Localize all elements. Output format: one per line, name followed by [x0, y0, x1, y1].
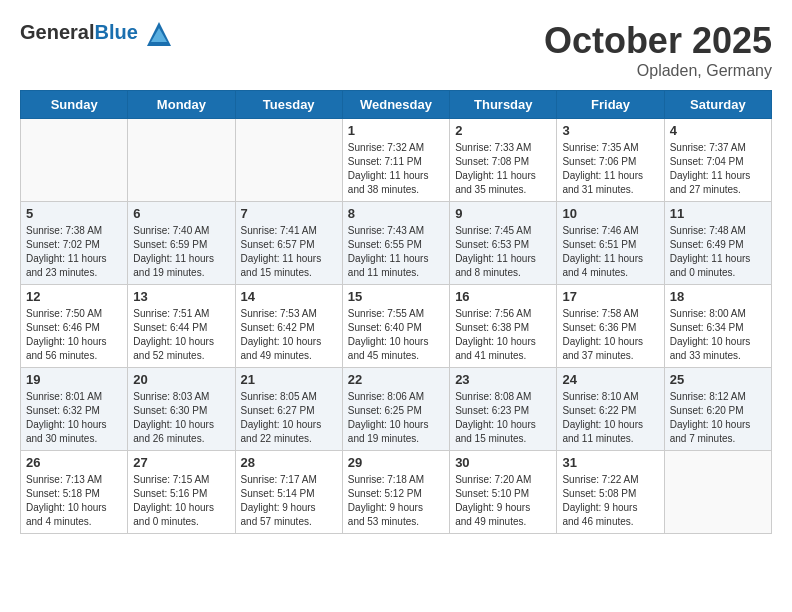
calendar-cell: 12Sunrise: 7:50 AM Sunset: 6:46 PM Dayli… [21, 285, 128, 368]
calendar-cell: 30Sunrise: 7:20 AM Sunset: 5:10 PM Dayli… [450, 451, 557, 534]
day-info: Sunrise: 7:56 AM Sunset: 6:38 PM Dayligh… [455, 307, 551, 363]
day-number: 28 [241, 455, 337, 470]
title-block: October 2025 Opladen, Germany [544, 20, 772, 80]
day-info: Sunrise: 7:22 AM Sunset: 5:08 PM Dayligh… [562, 473, 658, 529]
day-info: Sunrise: 8:10 AM Sunset: 6:22 PM Dayligh… [562, 390, 658, 446]
calendar-cell: 13Sunrise: 7:51 AM Sunset: 6:44 PM Dayli… [128, 285, 235, 368]
day-number: 18 [670, 289, 766, 304]
day-info: Sunrise: 7:50 AM Sunset: 6:46 PM Dayligh… [26, 307, 122, 363]
day-info: Sunrise: 7:38 AM Sunset: 7:02 PM Dayligh… [26, 224, 122, 280]
day-info: Sunrise: 7:33 AM Sunset: 7:08 PM Dayligh… [455, 141, 551, 197]
logo-general: General [20, 21, 94, 43]
day-info: Sunrise: 7:55 AM Sunset: 6:40 PM Dayligh… [348, 307, 444, 363]
day-info: Sunrise: 7:51 AM Sunset: 6:44 PM Dayligh… [133, 307, 229, 363]
calendar-cell [21, 119, 128, 202]
day-number: 26 [26, 455, 122, 470]
day-info: Sunrise: 7:35 AM Sunset: 7:06 PM Dayligh… [562, 141, 658, 197]
day-info: Sunrise: 7:17 AM Sunset: 5:14 PM Dayligh… [241, 473, 337, 529]
calendar-cell: 14Sunrise: 7:53 AM Sunset: 6:42 PM Dayli… [235, 285, 342, 368]
calendar-cell: 16Sunrise: 7:56 AM Sunset: 6:38 PM Dayli… [450, 285, 557, 368]
calendar-cell [235, 119, 342, 202]
calendar-cell: 10Sunrise: 7:46 AM Sunset: 6:51 PM Dayli… [557, 202, 664, 285]
day-info: Sunrise: 8:03 AM Sunset: 6:30 PM Dayligh… [133, 390, 229, 446]
day-info: Sunrise: 7:18 AM Sunset: 5:12 PM Dayligh… [348, 473, 444, 529]
calendar-cell: 19Sunrise: 8:01 AM Sunset: 6:32 PM Dayli… [21, 368, 128, 451]
day-number: 10 [562, 206, 658, 221]
calendar-cell: 27Sunrise: 7:15 AM Sunset: 5:16 PM Dayli… [128, 451, 235, 534]
calendar-cell: 8Sunrise: 7:43 AM Sunset: 6:55 PM Daylig… [342, 202, 449, 285]
calendar-cell: 15Sunrise: 7:55 AM Sunset: 6:40 PM Dayli… [342, 285, 449, 368]
calendar-header-row: SundayMondayTuesdayWednesdayThursdayFrid… [21, 91, 772, 119]
day-number: 27 [133, 455, 229, 470]
day-info: Sunrise: 7:32 AM Sunset: 7:11 PM Dayligh… [348, 141, 444, 197]
day-info: Sunrise: 7:37 AM Sunset: 7:04 PM Dayligh… [670, 141, 766, 197]
day-number: 11 [670, 206, 766, 221]
day-number: 6 [133, 206, 229, 221]
calendar-cell: 22Sunrise: 8:06 AM Sunset: 6:25 PM Dayli… [342, 368, 449, 451]
calendar-day-header: Thursday [450, 91, 557, 119]
day-number: 14 [241, 289, 337, 304]
calendar: SundayMondayTuesdayWednesdayThursdayFrid… [20, 90, 772, 534]
day-number: 16 [455, 289, 551, 304]
day-info: Sunrise: 8:12 AM Sunset: 6:20 PM Dayligh… [670, 390, 766, 446]
day-info: Sunrise: 8:08 AM Sunset: 6:23 PM Dayligh… [455, 390, 551, 446]
calendar-cell: 11Sunrise: 7:48 AM Sunset: 6:49 PM Dayli… [664, 202, 771, 285]
calendar-day-header: Tuesday [235, 91, 342, 119]
day-info: Sunrise: 8:01 AM Sunset: 6:32 PM Dayligh… [26, 390, 122, 446]
day-info: Sunrise: 7:48 AM Sunset: 6:49 PM Dayligh… [670, 224, 766, 280]
day-info: Sunrise: 7:41 AM Sunset: 6:57 PM Dayligh… [241, 224, 337, 280]
day-number: 23 [455, 372, 551, 387]
page: GeneralBlue October 2025 Opladen, German… [0, 0, 792, 554]
day-number: 29 [348, 455, 444, 470]
day-number: 1 [348, 123, 444, 138]
calendar-cell: 17Sunrise: 7:58 AM Sunset: 6:36 PM Dayli… [557, 285, 664, 368]
calendar-cell: 21Sunrise: 8:05 AM Sunset: 6:27 PM Dayli… [235, 368, 342, 451]
day-number: 17 [562, 289, 658, 304]
day-number: 15 [348, 289, 444, 304]
calendar-day-header: Monday [128, 91, 235, 119]
calendar-cell: 1Sunrise: 7:32 AM Sunset: 7:11 PM Daylig… [342, 119, 449, 202]
calendar-day-header: Saturday [664, 91, 771, 119]
logo-blue: Blue [94, 21, 137, 43]
calendar-week-row: 12Sunrise: 7:50 AM Sunset: 6:46 PM Dayli… [21, 285, 772, 368]
calendar-cell: 26Sunrise: 7:13 AM Sunset: 5:18 PM Dayli… [21, 451, 128, 534]
calendar-cell: 3Sunrise: 7:35 AM Sunset: 7:06 PM Daylig… [557, 119, 664, 202]
logo: GeneralBlue [20, 20, 173, 48]
calendar-cell: 7Sunrise: 7:41 AM Sunset: 6:57 PM Daylig… [235, 202, 342, 285]
calendar-cell: 6Sunrise: 7:40 AM Sunset: 6:59 PM Daylig… [128, 202, 235, 285]
day-info: Sunrise: 7:40 AM Sunset: 6:59 PM Dayligh… [133, 224, 229, 280]
day-info: Sunrise: 7:45 AM Sunset: 6:53 PM Dayligh… [455, 224, 551, 280]
day-number: 24 [562, 372, 658, 387]
day-info: Sunrise: 8:00 AM Sunset: 6:34 PM Dayligh… [670, 307, 766, 363]
day-info: Sunrise: 7:46 AM Sunset: 6:51 PM Dayligh… [562, 224, 658, 280]
day-info: Sunrise: 7:43 AM Sunset: 6:55 PM Dayligh… [348, 224, 444, 280]
calendar-cell: 5Sunrise: 7:38 AM Sunset: 7:02 PM Daylig… [21, 202, 128, 285]
calendar-day-header: Friday [557, 91, 664, 119]
calendar-week-row: 26Sunrise: 7:13 AM Sunset: 5:18 PM Dayli… [21, 451, 772, 534]
calendar-cell [128, 119, 235, 202]
calendar-cell: 4Sunrise: 7:37 AM Sunset: 7:04 PM Daylig… [664, 119, 771, 202]
logo-icon [145, 20, 173, 48]
calendar-cell: 18Sunrise: 8:00 AM Sunset: 6:34 PM Dayli… [664, 285, 771, 368]
day-info: Sunrise: 7:13 AM Sunset: 5:18 PM Dayligh… [26, 473, 122, 529]
day-number: 2 [455, 123, 551, 138]
day-info: Sunrise: 7:15 AM Sunset: 5:16 PM Dayligh… [133, 473, 229, 529]
day-number: 4 [670, 123, 766, 138]
day-number: 22 [348, 372, 444, 387]
location: Opladen, Germany [544, 62, 772, 80]
calendar-week-row: 19Sunrise: 8:01 AM Sunset: 6:32 PM Dayli… [21, 368, 772, 451]
calendar-cell: 23Sunrise: 8:08 AM Sunset: 6:23 PM Dayli… [450, 368, 557, 451]
day-number: 19 [26, 372, 122, 387]
calendar-cell: 20Sunrise: 8:03 AM Sunset: 6:30 PM Dayli… [128, 368, 235, 451]
calendar-cell: 28Sunrise: 7:17 AM Sunset: 5:14 PM Dayli… [235, 451, 342, 534]
calendar-cell [664, 451, 771, 534]
day-number: 8 [348, 206, 444, 221]
day-number: 30 [455, 455, 551, 470]
day-info: Sunrise: 7:20 AM Sunset: 5:10 PM Dayligh… [455, 473, 551, 529]
day-number: 5 [26, 206, 122, 221]
calendar-week-row: 1Sunrise: 7:32 AM Sunset: 7:11 PM Daylig… [21, 119, 772, 202]
day-number: 20 [133, 372, 229, 387]
day-number: 7 [241, 206, 337, 221]
day-number: 25 [670, 372, 766, 387]
day-number: 9 [455, 206, 551, 221]
